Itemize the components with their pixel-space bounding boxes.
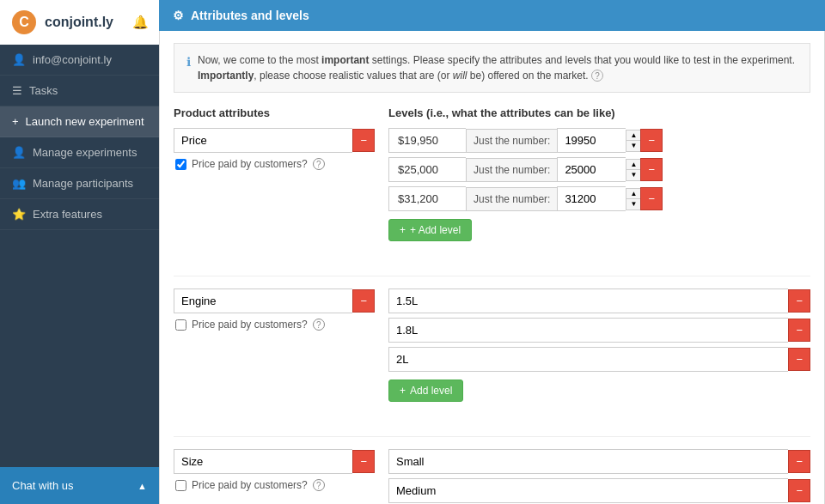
level-type-label: Just the number: bbox=[466, 187, 557, 211]
level-num-input[interactable] bbox=[557, 157, 626, 182]
add-level-label: Add level bbox=[410, 385, 452, 397]
level-num-input[interactable] bbox=[557, 186, 626, 211]
chevron-up-icon: ▲ bbox=[138, 481, 147, 491]
level-display: $19,950 bbox=[388, 128, 466, 153]
help-icon-size[interactable]: ? bbox=[313, 479, 325, 491]
level-row: $25,000 Just the number: ▲ ▼ − bbox=[388, 157, 810, 182]
attr-name-input-price[interactable] bbox=[174, 128, 352, 153]
remove-attr-size-button[interactable]: − bbox=[352, 450, 375, 473]
info-text: Now, we come to the most important setti… bbox=[198, 52, 798, 83]
level-spinners: ▲ ▼ bbox=[626, 188, 640, 210]
price-paid-row-engine: Price paid by customers? ? bbox=[175, 319, 375, 331]
star-icon: ⭐ bbox=[12, 208, 26, 221]
spinner-up[interactable]: ▲ bbox=[626, 131, 640, 141]
attr-input-row-price: − bbox=[174, 128, 375, 153]
participants-icon: 👥 bbox=[12, 177, 26, 190]
spinner-up[interactable]: ▲ bbox=[626, 189, 640, 199]
attribute-row-price: − Price paid by customers? ? $19,950 Jus… bbox=[174, 128, 810, 258]
attr-name-input-size[interactable] bbox=[174, 449, 352, 474]
user-icon: 👤 bbox=[12, 53, 26, 66]
help-icon-engine[interactable]: ? bbox=[313, 319, 325, 331]
add-level-engine-button[interactable]: + Add level bbox=[388, 380, 463, 402]
price-paid-checkbox-size[interactable] bbox=[175, 480, 186, 491]
remove-level-button[interactable]: − bbox=[640, 158, 663, 181]
level-plain-input[interactable] bbox=[388, 318, 788, 343]
level-row: − bbox=[388, 449, 810, 474]
price-paid-label-engine: Price paid by customers? bbox=[192, 319, 308, 331]
spinner-down[interactable]: ▼ bbox=[626, 170, 640, 180]
attribute-row-engine: − Price paid by customers? ? − − bbox=[174, 288, 810, 419]
level-row: − bbox=[388, 478, 810, 503]
sidebar-item-label: Launch new experiment bbox=[26, 115, 144, 128]
sidebar-header: C conjoint.ly 🔔 bbox=[0, 0, 159, 45]
level-plain-input[interactable] bbox=[388, 347, 788, 372]
tasks-icon: ☰ bbox=[12, 84, 22, 97]
level-num-input[interactable] bbox=[557, 128, 626, 153]
sidebar-item-label: info@conjoint.ly bbox=[33, 53, 112, 66]
attribute-col-engine: − Price paid by customers? ? bbox=[174, 288, 388, 419]
help-icon-price[interactable]: ? bbox=[313, 158, 325, 170]
remove-level-button[interactable]: − bbox=[788, 319, 810, 342]
plus-icon: + bbox=[400, 385, 406, 397]
chat-bar[interactable]: Chat with us ▲ bbox=[0, 467, 159, 504]
main-content: ⚙ Attributes and levels ℹ Now, we come t… bbox=[159, 0, 825, 504]
section-title: Attributes and levels bbox=[191, 9, 309, 22]
price-paid-row-price: Price paid by customers? ? bbox=[175, 158, 375, 170]
attr-input-row-size: − bbox=[174, 449, 375, 474]
remove-level-button[interactable]: − bbox=[788, 450, 810, 473]
remove-attr-price-button[interactable]: − bbox=[352, 129, 375, 152]
attribute-col-size: − Price paid by customers? ? bbox=[174, 449, 388, 504]
level-type-label: Just the number: bbox=[466, 129, 557, 153]
level-plain-input[interactable] bbox=[388, 449, 788, 474]
logo-icon: C bbox=[10, 9, 38, 36]
price-paid-checkbox-price[interactable] bbox=[175, 159, 186, 170]
remove-level-button[interactable]: − bbox=[788, 348, 810, 371]
level-row: − bbox=[388, 318, 810, 343]
attributes-grid-header: Product attributes Levels (i.e., what th… bbox=[174, 106, 810, 128]
info-box: ℹ Now, we come to the most important set… bbox=[174, 43, 810, 93]
remove-attr-engine-button[interactable]: − bbox=[352, 289, 375, 313]
sidebar-item-manage-participants[interactable]: 👥 Manage participants bbox=[0, 168, 159, 199]
price-paid-label-price: Price paid by customers? bbox=[192, 158, 308, 170]
price-paid-checkbox-engine[interactable] bbox=[175, 319, 186, 331]
level-plain-input[interactable] bbox=[388, 288, 788, 313]
sidebar-item-tasks[interactable]: ☰ Tasks bbox=[0, 76, 159, 106]
spinner-down[interactable]: ▼ bbox=[626, 199, 640, 209]
level-plain-input[interactable] bbox=[388, 478, 788, 503]
section-body-attributes: ℹ Now, we come to the most important set… bbox=[159, 31, 825, 504]
bell-icon[interactable]: 🔔 bbox=[132, 15, 149, 30]
remove-level-button[interactable]: − bbox=[640, 129, 663, 152]
spinner-up[interactable]: ▲ bbox=[626, 160, 640, 170]
experiments-icon: 👤 bbox=[12, 146, 26, 159]
divider bbox=[174, 276, 810, 276]
attribute-row-size: − Price paid by customers? ? − − bbox=[174, 449, 810, 504]
remove-level-button[interactable]: − bbox=[640, 187, 663, 210]
spinner-down[interactable]: ▼ bbox=[626, 141, 640, 151]
attr-name-input-engine[interactable] bbox=[174, 288, 352, 313]
section-header-attributes: ⚙ Attributes and levels bbox=[159, 0, 825, 31]
level-row: − bbox=[388, 347, 810, 372]
levels-col-price: $19,950 Just the number: ▲ ▼ − $25,000 J… bbox=[388, 128, 810, 241]
chat-label: Chat with us bbox=[12, 479, 74, 492]
price-paid-row-size: Price paid by customers? ? bbox=[175, 479, 375, 491]
remove-level-button[interactable]: − bbox=[788, 479, 810, 502]
sidebar-item-manage-experiments[interactable]: 👤 Manage experiments bbox=[0, 137, 159, 168]
sidebar-item-label: Manage participants bbox=[33, 177, 133, 190]
remove-level-button[interactable]: − bbox=[788, 289, 810, 313]
price-paid-label-size: Price paid by customers? bbox=[192, 479, 308, 491]
level-row: − bbox=[388, 288, 810, 313]
plus-icon: + bbox=[12, 115, 19, 128]
gear-icon: ⚙ bbox=[173, 9, 184, 22]
levels-col-engine: − − − + Add level bbox=[388, 288, 810, 402]
sidebar-item-extra-features[interactable]: ⭐ Extra features bbox=[0, 199, 159, 230]
svg-text:C: C bbox=[19, 15, 29, 29]
levels-col-size: − − − + Add level bbox=[388, 449, 810, 504]
plus-icon: + bbox=[400, 224, 406, 236]
sidebar-item-label: Manage experiments bbox=[33, 146, 137, 159]
col-levels-header: Levels (i.e., what the attributes can be… bbox=[388, 106, 810, 119]
sidebar-item-user[interactable]: 👤 info@conjoint.ly bbox=[0, 45, 159, 76]
add-level-price-button[interactable]: + + Add level bbox=[388, 219, 472, 241]
divider bbox=[174, 436, 810, 437]
sidebar-item-launch[interactable]: + Launch new experiment bbox=[0, 106, 159, 137]
level-row: $19,950 Just the number: ▲ ▼ − bbox=[388, 128, 810, 153]
